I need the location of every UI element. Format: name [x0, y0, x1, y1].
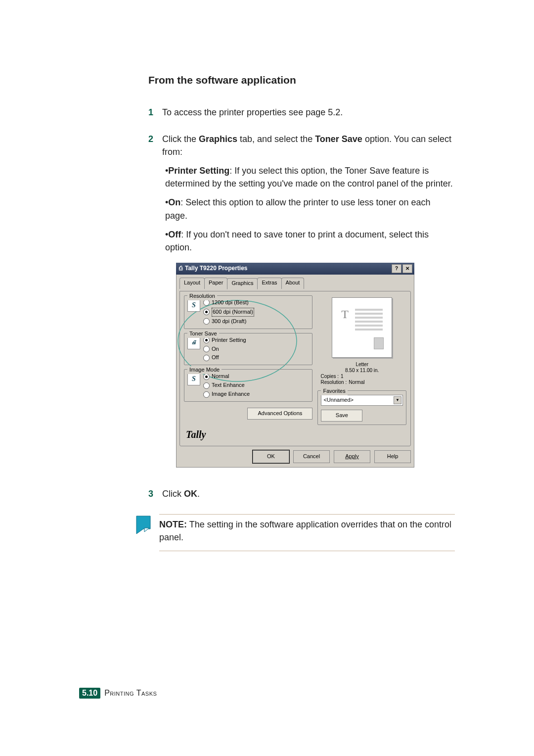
- group-toner-save: Toner Save 🖨 Printer Setting On Off: [184, 333, 312, 366]
- radio-image-enhance[interactable]: Image Enhance: [203, 390, 250, 398]
- step-2: 2 Click the Graphics tab, and select the…: [148, 133, 455, 468]
- step-number: 3: [148, 487, 162, 500]
- note-body: The setting in the software application …: [159, 520, 451, 542]
- printer-icon: ⎙: [179, 264, 182, 273]
- favorites-save-button[interactable]: Save: [321, 410, 362, 422]
- step-3: 3 Click OK.: [148, 487, 455, 500]
- text: .: [197, 489, 200, 499]
- step-1: 1 To access the printer properties see p…: [148, 106, 455, 119]
- section-heading: From the software application: [148, 74, 455, 86]
- group-legend: Resolution: [187, 292, 217, 300]
- titlebar: ⎙ Tally T9220 Properties ? ✕: [176, 263, 414, 275]
- radio-text-enhance[interactable]: Text Enhance: [203, 381, 250, 389]
- tab-graphics[interactable]: Graphics: [227, 278, 258, 289]
- bold: OK: [184, 489, 197, 499]
- note-block: NOTE: The setting in the software applic…: [134, 514, 455, 551]
- text: Click: [162, 489, 184, 499]
- bullet-printer-setting: •Printer Setting: If you select this opt…: [165, 164, 455, 190]
- close-icon[interactable]: ✕: [402, 264, 412, 273]
- group-legend: Favorites: [321, 387, 347, 395]
- radio-600dpi[interactable]: 600 dpi (Normal): [203, 308, 254, 317]
- bold: Toner Save: [315, 134, 362, 144]
- page-preview: T: [332, 297, 392, 358]
- chevron-down-icon[interactable]: ▼: [394, 396, 401, 404]
- tab-paper[interactable]: Paper: [204, 278, 227, 289]
- group-legend: Toner Save: [187, 330, 219, 338]
- apply-button[interactable]: Apply: [334, 450, 370, 463]
- footer-title: Printing Tasks: [104, 689, 157, 698]
- group-image-mode: Image Mode S Normal Text Enhance Image E…: [184, 369, 312, 402]
- cancel-button[interactable]: Cancel: [293, 450, 330, 463]
- page-footer: 5.10 Printing Tasks: [79, 688, 157, 699]
- text: tab, and select the: [237, 134, 315, 144]
- properties-dialog: ⎙ Tally T9220 Properties ? ✕ Layout Pape…: [176, 263, 414, 468]
- tab-about[interactable]: About: [281, 278, 305, 289]
- favorites-dropdown[interactable]: <Unnamed> ▼: [321, 395, 403, 406]
- group-favorites: Favorites <Unnamed> ▼ Save: [317, 390, 406, 425]
- resolution-icon: S: [187, 299, 200, 312]
- step-body: To access the printer properties see pag…: [162, 106, 455, 119]
- preview-image-icon: [374, 337, 384, 349]
- group-resolution: Resolution S 1200 dpi (Best) 600 dpi (No…: [184, 295, 312, 329]
- help-icon[interactable]: ?: [392, 264, 401, 273]
- bullet-off: •Off: If you don't need to save toner to…: [165, 228, 455, 254]
- note-icon: [134, 514, 153, 538]
- dialog-title: Tally T9220 Properties: [185, 264, 248, 273]
- text: Click the: [162, 134, 199, 144]
- tab-extras[interactable]: Extras: [257, 278, 281, 289]
- preview-letter-icon: T: [341, 306, 349, 323]
- tab-layout[interactable]: Layout: [179, 278, 205, 289]
- note-label: NOTE:: [159, 520, 187, 529]
- ok-button[interactable]: OK: [253, 450, 289, 463]
- help-button[interactable]: Help: [374, 450, 411, 463]
- radio-toner-on[interactable]: On: [203, 345, 246, 353]
- step-number: 2: [148, 133, 162, 468]
- image-mode-icon: S: [187, 373, 200, 385]
- radio-toner-off[interactable]: Off: [203, 354, 246, 362]
- bold: Graphics: [199, 134, 237, 144]
- advanced-options-button[interactable]: Advanced Options: [247, 408, 312, 420]
- step-number: 1: [148, 106, 162, 119]
- page-meta: Letter 8.50 x 11.00 in. Copies :1 Resolu…: [317, 362, 406, 385]
- bullet-on: •On: Select this option to allow the pri…: [165, 196, 455, 222]
- page-number-badge: 5.10: [79, 688, 100, 699]
- tab-strip: Layout Paper Graphics Extras About: [179, 278, 411, 289]
- group-legend: Image Mode: [187, 366, 222, 374]
- brand-logo: Tally: [186, 427, 312, 442]
- radio-300dpi[interactable]: 300 dpi (Draft): [203, 318, 254, 326]
- toner-save-icon: 🖨: [187, 336, 200, 349]
